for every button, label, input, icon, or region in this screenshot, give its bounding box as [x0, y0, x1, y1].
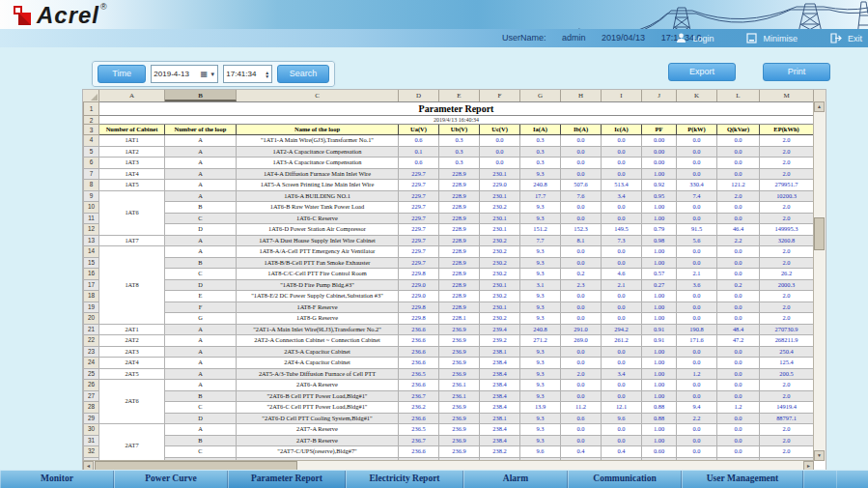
cell-value[interactable]: 0.0: [602, 202, 642, 214]
cell-name[interactable]: "2AT7-C/UPS(reserve),Bldg#7": [237, 446, 399, 458]
cell-value[interactable]: 236.1: [439, 380, 480, 391]
row-number[interactable]: 11: [84, 213, 99, 224]
cell-value[interactable]: 0.3: [520, 146, 561, 158]
cell-value[interactable]: 230.1: [480, 224, 520, 236]
minimise-button[interactable]: Minimise: [746, 33, 798, 43]
cell-name[interactable]: 2AT5-A/3-Tube Diffusion Furnace of Cell …: [237, 368, 399, 380]
cell-cabinet[interactable]: 2AT5: [99, 368, 165, 380]
cell-value[interactable]: 0.0: [561, 202, 602, 214]
cell-cabinet[interactable]: 1AT2: [99, 146, 165, 158]
cell-value[interactable]: 0.79: [642, 224, 677, 236]
cell-value[interactable]: 200.5: [760, 368, 814, 380]
cell-value[interactable]: 91.5: [677, 224, 717, 236]
row-number[interactable]: 19: [84, 301, 99, 313]
cell-value[interactable]: 238.1: [480, 346, 520, 358]
cell-value[interactable]: 0.0: [602, 358, 642, 369]
cell-value[interactable]: 507.6: [561, 180, 602, 191]
cell-value[interactable]: 229.7: [399, 168, 439, 180]
cell-value[interactable]: 230.2: [480, 257, 520, 269]
cell-value[interactable]: 1.00: [642, 168, 677, 180]
cell-value[interactable]: 2.2: [717, 235, 760, 246]
cell-loop[interactable]: C: [165, 213, 237, 224]
cell-value[interactable]: 229.7: [399, 246, 439, 258]
cell-value[interactable]: 149995.3: [760, 224, 814, 236]
cell-value[interactable]: 236.9: [439, 324, 480, 335]
cell-value[interactable]: 0.0: [561, 135, 602, 147]
cell-value[interactable]: 9.3: [520, 390, 561, 402]
cell-value[interactable]: 229.7: [399, 213, 439, 224]
cell-value[interactable]: 236.6: [399, 358, 439, 369]
cell-value[interactable]: 0.6: [399, 158, 439, 169]
cell-value[interactable]: 236.5: [399, 368, 439, 380]
cell-value[interactable]: 0.0: [717, 424, 760, 436]
cell-value[interactable]: 0.00: [642, 146, 677, 158]
cell-value[interactable]: 0.0: [561, 380, 602, 391]
cell-value[interactable]: 0.0: [602, 168, 642, 180]
cell-value[interactable]: 228.9: [439, 279, 480, 291]
cell-value[interactable]: 229.8: [399, 301, 439, 313]
cell-value[interactable]: 229.0: [399, 279, 439, 291]
cell-value[interactable]: 9.3: [520, 435, 561, 446]
cell-value[interactable]: 3.4: [602, 368, 642, 380]
cell-value[interactable]: 0.3: [439, 158, 480, 169]
nav-item-power-curve[interactable]: Power Curve: [114, 471, 228, 488]
cell-value[interactable]: 2.0: [760, 257, 814, 269]
cell-value[interactable]: 236.7: [399, 435, 439, 446]
cell-value[interactable]: 0.2: [717, 279, 760, 291]
cell-value[interactable]: 229.7: [399, 190, 439, 202]
cell-value[interactable]: 0.0: [717, 368, 760, 380]
scroll-up-arrow-icon[interactable]: ▲: [814, 101, 825, 112]
cell-loop[interactable]: C: [165, 269, 237, 280]
cell-value[interactable]: 0.92: [642, 180, 677, 191]
cell-loop[interactable]: A: [165, 158, 237, 169]
cell-value[interactable]: 0.0: [717, 301, 760, 313]
cell-value[interactable]: 0.0: [717, 146, 760, 158]
row-number[interactable]: 7: [84, 168, 99, 180]
cell-value[interactable]: 3.1: [520, 279, 561, 291]
cell-value[interactable]: 9.3: [520, 257, 561, 269]
cell-value[interactable]: 0.0: [717, 313, 760, 325]
nav-item-communication[interactable]: Communication: [568, 471, 682, 488]
cell-value[interactable]: 238.1: [480, 413, 520, 424]
cell-value[interactable]: 46.4: [717, 224, 760, 236]
column-letter-E[interactable]: E: [439, 90, 480, 101]
cell-value[interactable]: 125.4: [760, 358, 814, 369]
cell-name[interactable]: 2AT2-A Connection Cabinet ~ Connection C…: [237, 335, 399, 347]
column-letter-F[interactable]: F: [480, 90, 520, 101]
cell-value[interactable]: 229.7: [399, 180, 439, 191]
cell-value[interactable]: 1.2: [717, 402, 760, 414]
column-letter-G[interactable]: G: [520, 90, 561, 101]
cell-value[interactable]: 48.4: [717, 324, 760, 335]
cell-value[interactable]: 0.0: [561, 158, 602, 169]
cell-value[interactable]: 0.0: [677, 246, 717, 258]
cell-value[interactable]: 171.6: [677, 335, 717, 347]
cell-value[interactable]: 0.0: [717, 257, 760, 269]
cell-value[interactable]: 238.4: [480, 358, 520, 369]
cell-value[interactable]: 236.6: [399, 446, 439, 458]
row-number[interactable]: 1: [84, 102, 99, 116]
cell-value[interactable]: 236.6: [399, 346, 439, 358]
cell-name[interactable]: 1AT2-A Capacitance Compensation: [237, 146, 399, 158]
cell-value[interactable]: 236.9: [439, 358, 480, 369]
row-number[interactable]: 17: [84, 279, 99, 291]
column-letter-J[interactable]: J: [642, 90, 677, 101]
cell-value[interactable]: 151.2: [520, 224, 561, 236]
cell-value[interactable]: 190.8: [677, 324, 717, 335]
cell-value[interactable]: 8.1: [561, 235, 602, 246]
cell-value[interactable]: 2.0: [760, 301, 814, 313]
cell-cabinet[interactable]: 1AT1: [99, 135, 165, 147]
cell-value[interactable]: 0.0: [602, 435, 642, 446]
row-number[interactable]: 9: [84, 190, 99, 202]
cell-value[interactable]: 238.4: [480, 368, 520, 380]
row-number[interactable]: 24: [84, 358, 99, 369]
cell-value[interactable]: 230.2: [480, 313, 520, 325]
cell-value[interactable]: 236.9: [439, 346, 480, 358]
cell-name[interactable]: 2AT7-A Reserve: [237, 424, 399, 436]
cell-value[interactable]: 12.1: [602, 402, 642, 414]
cell-value[interactable]: 13.9: [520, 402, 561, 414]
cell-value[interactable]: 0.0: [677, 168, 717, 180]
cell-value[interactable]: 0.0: [561, 246, 602, 258]
cell-value[interactable]: 229.0: [480, 180, 520, 191]
cell-value[interactable]: 0.0: [717, 202, 760, 214]
cell-name[interactable]: 1AT8-B/B-Cell PTT Fan Smoke Exhauster: [237, 257, 399, 269]
